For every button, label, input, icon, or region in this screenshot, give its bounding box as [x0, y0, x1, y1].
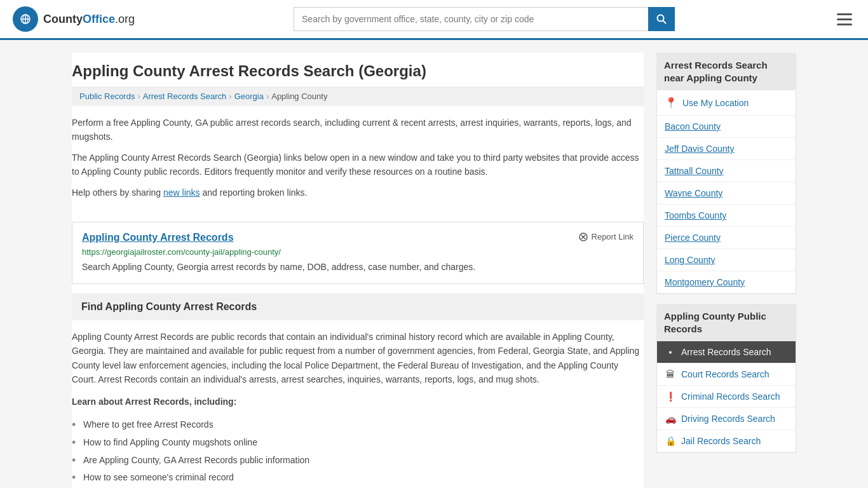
learn-item: Are Appling County, GA Arrest Records pu… [72, 452, 644, 470]
sidebar-montgomery-county[interactable]: Montgomery County [657, 271, 796, 294]
logo-text: CountyOffice.org [43, 13, 135, 26]
sidebar-bacon-county[interactable]: Bacon County [657, 116, 796, 138]
breadcrumb-georgia[interactable]: Georgia [234, 92, 264, 101]
learn-item: How to find Appling County mugshots onli… [72, 434, 644, 452]
breadcrumb-current: Appling County [271, 92, 327, 101]
use-my-location-btn[interactable]: 📍 Use My Location [657, 90, 796, 116]
arrest-records-icon: ▪ [665, 347, 676, 357]
content-area: Appling County Arrest Records Search (Ge… [72, 53, 644, 488]
sidebar-pierce-county[interactable]: Pierce County [657, 227, 796, 249]
jail-records-icon: 🔒 [665, 436, 676, 446]
sidebar-long-county[interactable]: Long County [657, 249, 796, 271]
search-input[interactable] [294, 7, 648, 31]
record-url[interactable]: https://georgiajailroster.com/county-jai… [82, 247, 634, 257]
breadcrumb: Public Records › Arrest Records Search ›… [72, 86, 644, 106]
record-desc: Search Appling County, Georgia arrest re… [82, 261, 634, 274]
arrest-records-link[interactable]: Arrest Records Search [681, 347, 771, 357]
logo-icon [13, 6, 38, 32]
sidebar-public-records-title: Appling County Public Records [656, 304, 796, 341]
jail-records-link[interactable]: Jail Records Search [681, 436, 761, 446]
learn-heading: Learn about Arrest Records, including: [72, 395, 644, 409]
learn-list: Where to get free Arrest Records How to … [72, 416, 644, 488]
record-card-header: Appling County Arrest Records Report Lin… [82, 232, 634, 243]
svg-point-5 [658, 15, 664, 22]
record-card: Appling County Arrest Records Report Lin… [72, 222, 644, 284]
search-area [294, 7, 675, 31]
pub-rec-criminal-records[interactable]: ❗ Criminal Records Search [657, 386, 796, 408]
sidebar-jeff-davis-county[interactable]: Jeff Davis County [657, 138, 796, 160]
court-records-link[interactable]: Court Records Search [681, 369, 770, 379]
find-section-header: Find Appling County Arrest Records [72, 294, 644, 320]
pub-rec-driving-records[interactable]: 🚗 Driving Records Search [657, 408, 796, 430]
find-section-body: Appling County Arrest Records are public… [72, 320, 644, 488]
page-title: Appling County Arrest Records Search (Ge… [72, 53, 644, 86]
pub-rec-court-records[interactable]: 🏛 Court Records Search [657, 363, 796, 386]
intro-p2: The Appling County Arrest Records Search… [72, 151, 644, 179]
find-section-title: Find Appling County Arrest Records [81, 301, 634, 313]
intro-p3: Help others by sharing new links and rep… [72, 186, 644, 200]
sidebar-toombs-county[interactable]: Toombs County [657, 205, 796, 227]
driving-records-link[interactable]: Driving Records Search [681, 414, 775, 424]
new-links-link[interactable]: new links [163, 187, 200, 198]
sidebar-tattnall-county[interactable]: Tattnall County [657, 160, 796, 182]
pub-rec-jail-records[interactable]: 🔒 Jail Records Search [657, 430, 796, 452]
pin-icon: 📍 [665, 97, 677, 109]
sidebar-nearby-title: Arrest Records Search near Appling Count… [656, 53, 796, 90]
intro-section: Perform a free Appling County, GA public… [72, 106, 644, 212]
main-wrapper: Appling County Arrest Records Search (Ge… [59, 40, 809, 488]
logo-area: CountyOffice.org [13, 6, 135, 32]
breadcrumb-arrest-records-search[interactable]: Arrest Records Search [143, 92, 227, 101]
sidebar-nearby-body: 📍 Use My Location Bacon County Jeff Davi… [656, 90, 796, 294]
learn-item: Where to get free Arrest Records [72, 416, 644, 434]
driving-records-icon: 🚗 [665, 414, 676, 424]
menu-button[interactable] [834, 10, 855, 29]
record-card-title[interactable]: Appling County Arrest Records [82, 232, 234, 243]
svg-line-6 [663, 21, 667, 24]
sidebar-public-records-body: ▪ Arrest Records Search 🏛 Court Records … [656, 341, 796, 453]
sidebar-nearby-section: Arrest Records Search near Appling Count… [656, 53, 796, 294]
criminal-records-icon: ❗ [665, 391, 676, 402]
report-icon [578, 232, 588, 242]
sidebar-wayne-county[interactable]: Wayne County [657, 182, 796, 205]
criminal-records-link[interactable]: Criminal Records Search [681, 391, 780, 402]
intro-p1: Perform a free Appling County, GA public… [72, 116, 644, 144]
search-button[interactable] [648, 7, 675, 31]
sidebar-public-records-section: Appling County Public Records ▪ Arrest R… [656, 304, 796, 453]
sidebar: Arrest Records Search near Appling Count… [656, 53, 796, 488]
learn-item: How to see someone's criminal record [72, 469, 644, 487]
find-section-text: Appling County Arrest Records are public… [72, 330, 644, 387]
court-records-icon: 🏛 [665, 369, 676, 379]
pub-rec-arrest-records[interactable]: ▪ Arrest Records Search [657, 341, 796, 363]
report-link[interactable]: Report Link [578, 232, 634, 242]
breadcrumb-public-records[interactable]: Public Records [79, 92, 135, 101]
site-header: CountyOffice.org [0, 0, 868, 40]
